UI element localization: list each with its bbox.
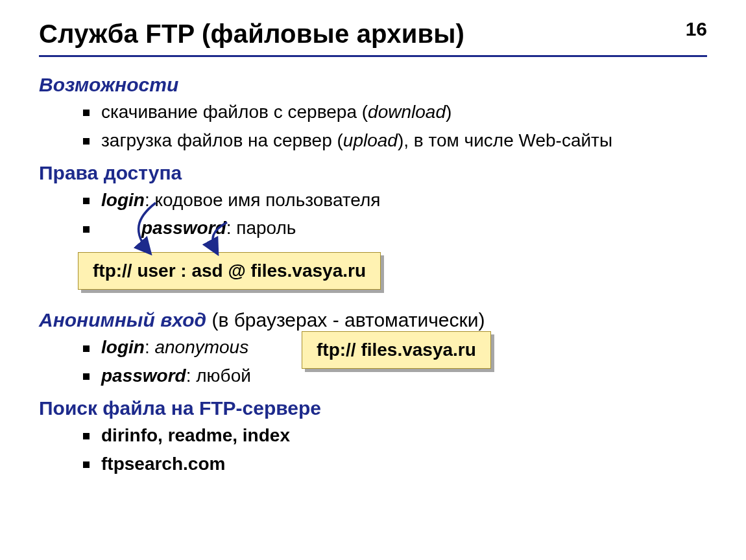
item-pre: загрузка файлов на сервер ( xyxy=(101,130,343,150)
slide-title: Служба FTP (файловые архивы) xyxy=(39,19,707,49)
item-term: download xyxy=(368,102,446,122)
item-desc: любой xyxy=(196,366,251,386)
list-item: dirinfo, readme, index xyxy=(83,423,707,448)
list-item: password: пароль xyxy=(83,216,707,240)
section-capabilities-heading: Возможности xyxy=(39,74,707,96)
item-term: login xyxy=(101,337,145,357)
item-post: ) xyxy=(446,102,451,122)
item-desc: кодовое имя пользователя xyxy=(154,190,380,210)
access-callout: ftp:// user : asd @ files.vasya.ru xyxy=(78,252,381,290)
access-list: login: кодовое имя пользователя password… xyxy=(39,188,707,241)
item-term: upload xyxy=(343,130,398,150)
item-text: ftpsearch.com xyxy=(101,454,225,474)
capabilities-list: скачивание файлов c сервера (download) з… xyxy=(39,100,707,153)
slide: 16 Служба FTP (файловые архивы) Возможно… xyxy=(0,0,746,560)
item-sep: : xyxy=(145,337,155,357)
section-access-heading: Права доступа xyxy=(39,162,707,184)
list-item: ftpsearch.com xyxy=(83,452,707,476)
item-sep: : xyxy=(145,190,155,210)
list-item: скачивание файлов c сервера (download) xyxy=(83,100,707,124)
section-heading-text: Возможности xyxy=(39,74,178,95)
item-sep: : xyxy=(226,218,237,238)
title-divider xyxy=(39,55,707,57)
item-term: password xyxy=(101,366,186,386)
item-term: password xyxy=(141,218,226,238)
section-anonymous-heading: Анонимный вход (в браузерах - автоматиче… xyxy=(39,309,707,331)
section-search-heading: Поиск файла на FTP-сервере xyxy=(39,397,707,419)
item-pre: скачивание файлов c сервера ( xyxy=(101,102,368,122)
page-number: 16 xyxy=(686,18,707,40)
item-sep: : xyxy=(186,366,197,386)
search-list: dirinfo, readme, index ftpsearch.com xyxy=(39,423,707,476)
anon-heading-rest: (в браузерах - автоматически) xyxy=(206,309,485,331)
anon-heading-strong: Анонимный вход xyxy=(39,309,206,331)
item-desc: anonymous xyxy=(154,337,248,357)
list-item: login: кодовое имя пользователя xyxy=(83,188,707,213)
list-item: загрузка файлов на сервер (upload), в то… xyxy=(83,128,707,153)
item-desc: пароль xyxy=(236,218,296,238)
item-post: ), в том числе Web-сайты xyxy=(398,130,612,150)
access-callout-wrap: ftp:// user : asd @ files.vasya.ru xyxy=(78,252,707,296)
item-text: dirinfo, readme, index xyxy=(101,425,290,445)
anonymous-block: login: anonymous password: любой ftp:// … xyxy=(39,335,707,388)
anonymous-callout: ftp:// files.vasya.ru xyxy=(302,331,491,369)
item-term: login xyxy=(101,190,145,210)
